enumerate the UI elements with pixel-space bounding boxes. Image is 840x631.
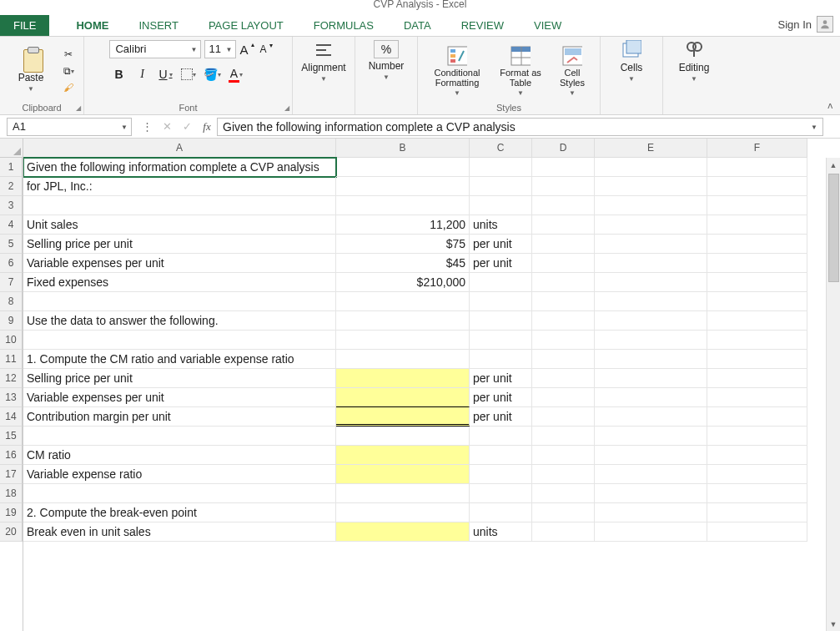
cell-A3[interactable] <box>23 196 336 215</box>
formula-bar[interactable]: Given the following information complete… <box>217 118 823 136</box>
cell-E12[interactable] <box>595 369 707 388</box>
col-header-B[interactable]: B <box>336 139 470 158</box>
cell-E14[interactable] <box>595 407 707 427</box>
cell-F14[interactable] <box>707 407 807 427</box>
cut-button[interactable]: ✂ <box>60 48 77 61</box>
row-header[interactable]: 19 <box>0 503 23 522</box>
cell-C19[interactable] <box>470 503 532 522</box>
cell-C4[interactable]: units <box>470 215 532 235</box>
cell-B11[interactable] <box>336 350 470 369</box>
tab-view[interactable]: VIEW <box>519 15 576 36</box>
cell-B8[interactable] <box>336 292 470 311</box>
cell-E1[interactable] <box>595 158 707 177</box>
col-header-A[interactable]: A <box>23 139 336 158</box>
cell-E16[interactable] <box>595 446 707 465</box>
cell-C14[interactable]: per unit <box>470 407 532 427</box>
cell-B5[interactable]: $75 <box>336 235 470 254</box>
cell-B16[interactable] <box>336 446 470 465</box>
cell-D4[interactable] <box>532 215 595 235</box>
cell-F15[interactable] <box>707 427 807 446</box>
cell-F1[interactable] <box>707 158 807 177</box>
cell-E18[interactable] <box>595 484 707 503</box>
cell-F16[interactable] <box>707 446 807 465</box>
paste-button[interactable]: Paste ▼ <box>7 50 55 93</box>
cell-B19[interactable] <box>336 503 470 522</box>
cell-C13[interactable]: per unit <box>470 388 532 407</box>
cell-C5[interactable]: per unit <box>470 235 532 254</box>
cell-B2[interactable] <box>336 177 470 196</box>
cell-B14[interactable] <box>336 407 470 427</box>
cell-C16[interactable] <box>470 446 532 465</box>
handle-icon[interactable]: ⋮ <box>137 118 157 136</box>
bold-button[interactable]: B <box>109 65 128 83</box>
cell-A20[interactable]: Break even in unit sales <box>23 522 336 542</box>
col-header-D[interactable]: D <box>532 139 595 158</box>
cell-A7[interactable]: Fixed expenses <box>23 273 336 292</box>
row-header[interactable]: 6 <box>0 254 23 273</box>
cell-C20[interactable]: units <box>470 522 532 542</box>
cell-A14[interactable]: Contribution margin per unit <box>23 407 336 427</box>
cell-D19[interactable] <box>532 503 595 522</box>
cells-button[interactable]: Cells▼ <box>607 40 656 83</box>
cell-F12[interactable] <box>707 369 807 388</box>
editing-button[interactable]: Editing▼ <box>670 40 718 83</box>
cell-D1[interactable] <box>532 158 595 177</box>
collapse-ribbon-button[interactable]: ʌ <box>827 100 833 111</box>
format-as-table-button[interactable]: Format as Table▼ <box>495 46 546 97</box>
tab-review[interactable]: REVIEW <box>446 15 519 36</box>
cell-F9[interactable] <box>707 311 807 331</box>
font-size-select[interactable]: 11▼ <box>204 40 236 58</box>
cell-C15[interactable] <box>470 427 532 446</box>
borders-button[interactable]: ▾ <box>179 65 198 83</box>
row-header[interactable]: 12 <box>0 369 23 388</box>
cell-E6[interactable] <box>595 254 707 273</box>
cell-F13[interactable] <box>707 388 807 407</box>
cell-F2[interactable] <box>707 177 807 196</box>
cell-F18[interactable] <box>707 484 807 503</box>
cell-D15[interactable] <box>532 427 595 446</box>
row-header[interactable]: 9 <box>0 311 23 331</box>
cell-F4[interactable] <box>707 215 807 235</box>
conditional-formatting-button[interactable]: Conditional Formatting▼ <box>425 46 490 97</box>
tab-insert[interactable]: INSERT <box>123 15 193 36</box>
cell-C9[interactable] <box>470 311 532 331</box>
cell-A9[interactable]: Use the data to answer the following. <box>23 311 336 331</box>
cell-A5[interactable]: Selling price per unit <box>23 235 336 254</box>
row-header[interactable]: 7 <box>0 273 23 292</box>
number-format-button[interactable]: % Number▼ <box>362 40 410 81</box>
cell-E3[interactable] <box>595 196 707 215</box>
cell-B1[interactable] <box>336 158 470 177</box>
tab-file[interactable]: FILE <box>0 15 49 36</box>
increase-font-button[interactable]: A▴ <box>239 43 248 57</box>
cell-A10[interactable] <box>23 331 336 350</box>
row-header[interactable]: 3 <box>0 196 23 215</box>
row-header[interactable]: 11 <box>0 350 23 369</box>
cell-D18[interactable] <box>532 484 595 503</box>
cell-F20[interactable] <box>707 522 807 542</box>
cell-A6[interactable]: Variable expenses per unit <box>23 254 336 273</box>
row-header[interactable]: 14 <box>0 407 23 427</box>
cell-B18[interactable] <box>336 484 470 503</box>
italic-button[interactable]: I <box>133 65 151 83</box>
cell-B6[interactable]: $45 <box>336 254 470 273</box>
dialog-launcher-icon[interactable]: ◢ <box>284 104 289 112</box>
cell-A11[interactable]: 1. Compute the CM ratio and variable exp… <box>23 350 336 369</box>
cell-A1[interactable]: Given the following information complete… <box>23 158 336 177</box>
cell-D5[interactable] <box>532 235 595 254</box>
cell-B17[interactable] <box>336 465 470 484</box>
row-header[interactable]: 4 <box>0 215 23 235</box>
cell-D9[interactable] <box>532 311 595 331</box>
cell-B3[interactable] <box>336 196 470 215</box>
cell-A19[interactable]: 2. Compute the break-even point <box>23 503 336 522</box>
cell-E17[interactable] <box>595 465 707 484</box>
cell-D10[interactable] <box>532 331 595 350</box>
cell-B9[interactable] <box>336 311 470 331</box>
sign-in[interactable]: Sign In <box>772 13 840 36</box>
cell-C2[interactable] <box>470 177 532 196</box>
cell-D16[interactable] <box>532 446 595 465</box>
cell-D12[interactable] <box>532 369 595 388</box>
cell-B12[interactable] <box>336 369 470 388</box>
cell-A15[interactable] <box>23 427 336 446</box>
tab-page-layout[interactable]: PAGE LAYOUT <box>194 15 299 36</box>
cell-C12[interactable]: per unit <box>470 369 532 388</box>
